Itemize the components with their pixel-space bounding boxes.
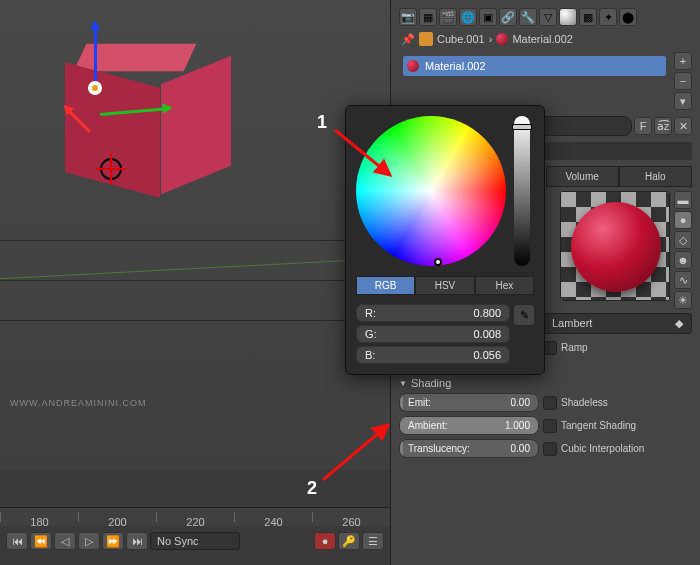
az-sort-button[interactable]: a͡z — [654, 117, 672, 135]
preview-flat-icon[interactable]: ▬ — [674, 191, 692, 209]
timeline-ruler[interactable]: 180 200 220 240 260 — [0, 508, 390, 526]
ramp-checkbox[interactable] — [543, 341, 557, 355]
dropdown-icon: ◆ — [675, 317, 683, 330]
value-slider[interactable] — [514, 116, 530, 266]
render-tab-icon[interactable]: 📷 — [399, 8, 417, 26]
grid-line — [0, 240, 390, 241]
timeline-tick: 180 — [0, 512, 78, 522]
physics-tab-icon[interactable]: ⬤ — [619, 8, 637, 26]
grid-line — [0, 320, 390, 321]
properties-header-tabs: 📷 ▦ 🎬 🌐 ▣ 🔗 🔧 ▽ ▩ ✦ ⬤ — [399, 8, 692, 26]
preview-hair-icon[interactable]: ∿ — [674, 271, 692, 289]
viewport-canvas[interactable]: WWW.ANDREAMININI.COM — [0, 0, 390, 470]
sync-mode-select[interactable]: No Sync — [150, 532, 240, 550]
data-tab-icon[interactable]: ▽ — [539, 8, 557, 26]
particles-tab-icon[interactable]: ✦ — [599, 8, 617, 26]
cube-top-face — [74, 44, 197, 72]
rgb-tab[interactable]: RGB — [356, 276, 415, 295]
pin-icon[interactable]: 📌 — [401, 33, 415, 46]
preview-sphere-render — [571, 202, 661, 292]
preview-sphere-icon[interactable]: ● — [674, 211, 692, 229]
ambient-value: 1.000 — [505, 420, 530, 431]
cubic-checkbox[interactable] — [543, 442, 557, 456]
playback-controls: ⏮ ⏪ ◁ ▷ ⏩ ⏭ No Sync ● 🔑 ☰ — [0, 526, 390, 556]
fake-user-button[interactable]: F — [634, 117, 652, 135]
mesh-cube[interactable] — [30, 20, 220, 210]
material-slot-list[interactable]: Material.002 — [403, 56, 666, 106]
constraints-tab-icon[interactable]: 🔗 — [499, 8, 517, 26]
jump-start-button[interactable]: ⏮ — [6, 532, 28, 550]
remove-material-slot-button[interactable]: − — [674, 72, 692, 90]
tangent-checkbox[interactable] — [543, 419, 557, 433]
preview-monkey-icon[interactable]: ☻ — [674, 251, 692, 269]
g-value: 0.008 — [473, 328, 501, 340]
scene-tab-icon[interactable]: 🎬 — [439, 8, 457, 26]
annotation-arrow-1 — [330, 125, 400, 185]
layers-tab-icon[interactable]: ▦ — [419, 8, 437, 26]
world-tab-icon[interactable]: 🌐 — [459, 8, 477, 26]
material-preview-icon — [407, 60, 419, 72]
emit-slider[interactable]: Emit: 0.00 — [399, 393, 539, 412]
emit-value: 0.00 — [511, 397, 530, 408]
timeline-tick: 200 — [78, 512, 156, 522]
r-value-field[interactable]: R: 0.800 — [356, 304, 510, 322]
keying-menu-icon[interactable]: ☰ — [362, 532, 384, 550]
diffuse-shader-select[interactable]: Lambert ◆ — [543, 313, 692, 334]
eyedropper-button[interactable]: ✎ — [514, 305, 534, 325]
g-label: G: — [365, 328, 377, 340]
hsv-tab[interactable]: HSV — [415, 276, 474, 295]
b-value-field[interactable]: B: 0.056 — [356, 346, 510, 364]
material-specials-button[interactable]: ▾ — [674, 92, 692, 110]
keying-set-icon[interactable]: 🔑 — [338, 532, 360, 550]
color-wheel-cursor[interactable] — [434, 258, 442, 266]
ambient-label: Ambient: — [408, 420, 447, 431]
shadeless-label: Shadeless — [561, 397, 608, 408]
preview-cube-icon[interactable]: ◇ — [674, 231, 692, 249]
shadeless-checkbox[interactable] — [543, 396, 557, 410]
shading-panel-header[interactable]: ▼ Shading — [399, 377, 692, 389]
breadcrumb-material[interactable]: Material.002 — [512, 33, 573, 45]
g-value-field[interactable]: G: 0.008 — [356, 325, 510, 343]
annotation-arrow-2 — [318, 420, 398, 485]
color-mode-tabs: RGB HSV Hex — [356, 276, 534, 295]
ramp-label: Ramp — [561, 342, 588, 353]
translucency-label: Translucency: — [408, 443, 470, 454]
breadcrumb-object[interactable]: Cube.001 — [437, 33, 485, 45]
volume-tab[interactable]: Volume — [546, 166, 619, 187]
b-label: B: — [365, 349, 375, 361]
object-tab-icon[interactable]: ▣ — [479, 8, 497, 26]
modifiers-tab-icon[interactable]: 🔧 — [519, 8, 537, 26]
emit-label: Emit: — [408, 397, 431, 408]
grid-line — [0, 280, 390, 281]
unlink-material-button[interactable]: ✕ — [674, 117, 692, 135]
timeline-editor: 180 200 220 240 260 ⏮ ⏪ ◁ ▷ ⏩ ⏭ No Sync … — [0, 507, 390, 565]
material-slot-active[interactable]: Material.002 — [403, 56, 666, 76]
translucency-value: 0.00 — [511, 443, 530, 454]
auto-keyframe-button[interactable]: ● — [314, 532, 336, 550]
hex-tab[interactable]: Hex — [475, 276, 534, 295]
cursor-3d[interactable] — [100, 158, 122, 180]
svg-line-0 — [335, 130, 390, 175]
translucency-slider[interactable]: Translucency: 0.00 — [399, 439, 539, 458]
keyframe-next-button[interactable]: ⏩ — [102, 532, 124, 550]
play-reverse-button[interactable]: ◁ — [54, 532, 76, 550]
ambient-slider[interactable]: Ambient: 1.000 — [399, 416, 539, 435]
halo-tab[interactable]: Halo — [619, 166, 692, 187]
preview-render — [560, 191, 670, 301]
add-material-slot-button[interactable]: + — [674, 52, 692, 70]
cubic-label: Cubic Interpolation — [561, 443, 644, 454]
expand-icon: ▼ — [399, 379, 407, 388]
texture-tab-icon[interactable]: ▩ — [579, 8, 597, 26]
jump-end-button[interactable]: ⏭ — [126, 532, 148, 550]
r-label: R: — [365, 307, 376, 319]
keyframe-prev-button[interactable]: ⏪ — [30, 532, 52, 550]
material-tab-icon[interactable] — [559, 8, 577, 26]
preview-sky-icon[interactable]: ☀ — [674, 291, 692, 309]
gizmo-origin[interactable] — [88, 81, 102, 95]
tangent-label: Tangent Shading — [561, 420, 636, 431]
object-icon — [419, 32, 433, 46]
value-slider-handle[interactable] — [512, 124, 532, 130]
gizmo-z-axis[interactable] — [94, 23, 97, 88]
watermark: WWW.ANDREAMININI.COM — [10, 398, 147, 408]
play-button[interactable]: ▷ — [78, 532, 100, 550]
